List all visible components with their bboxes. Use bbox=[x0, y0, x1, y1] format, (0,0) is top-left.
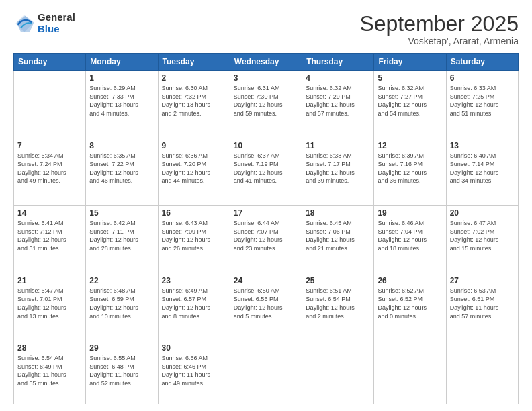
day-number: 10 bbox=[234, 141, 298, 150]
day-number: 27 bbox=[450, 276, 515, 285]
calendar-cell: 1Sunrise: 6:29 AM Sunset: 7:33 PM Daylig… bbox=[86, 71, 158, 138]
day-info: Sunrise: 6:39 AM Sunset: 7:16 PM Dayligh… bbox=[378, 152, 442, 185]
calendar-cell: 16Sunrise: 6:43 AM Sunset: 7:09 PM Dayli… bbox=[158, 205, 230, 273]
day-number: 8 bbox=[89, 141, 154, 150]
calendar-week-row: 14Sunrise: 6:41 AM Sunset: 7:12 PM Dayli… bbox=[14, 205, 519, 273]
day-number: 21 bbox=[17, 276, 82, 285]
page: General Blue September 2025 Vosketap', A… bbox=[0, 0, 532, 411]
day-info: Sunrise: 6:29 AM Sunset: 7:33 PM Dayligh… bbox=[89, 84, 154, 118]
calendar-cell: 2Sunrise: 6:30 AM Sunset: 7:32 PM Daylig… bbox=[158, 71, 230, 138]
header: General Blue September 2025 Vosketap', A… bbox=[13, 12, 519, 46]
logo-general: General bbox=[38, 12, 75, 24]
day-info: Sunrise: 6:40 AM Sunset: 7:14 PM Dayligh… bbox=[450, 152, 515, 185]
logo-icon bbox=[13, 13, 35, 34]
calendar-cell: 21Sunrise: 6:47 AM Sunset: 7:01 PM Dayli… bbox=[14, 273, 86, 340]
day-number: 22 bbox=[89, 276, 154, 285]
day-info: Sunrise: 6:49 AM Sunset: 6:57 PM Dayligh… bbox=[162, 287, 226, 320]
day-info: Sunrise: 6:42 AM Sunset: 7:11 PM Dayligh… bbox=[89, 219, 154, 253]
day-number: 25 bbox=[306, 276, 370, 285]
day-number: 24 bbox=[234, 276, 298, 285]
weekday-header: Thursday bbox=[302, 54, 374, 71]
day-info: Sunrise: 6:50 AM Sunset: 6:56 PM Dayligh… bbox=[234, 287, 298, 320]
day-info: Sunrise: 6:37 AM Sunset: 7:19 PM Dayligh… bbox=[234, 152, 298, 185]
calendar-cell: 9Sunrise: 6:36 AM Sunset: 7:20 PM Daylig… bbox=[158, 138, 230, 205]
day-number: 1 bbox=[89, 73, 154, 83]
calendar-cell: 19Sunrise: 6:46 AM Sunset: 7:04 PM Dayli… bbox=[374, 205, 446, 273]
weekday-header: Friday bbox=[374, 54, 446, 71]
calendar-cell: 15Sunrise: 6:42 AM Sunset: 7:11 PM Dayli… bbox=[86, 205, 158, 273]
day-info: Sunrise: 6:36 AM Sunset: 7:20 PM Dayligh… bbox=[162, 152, 226, 185]
day-number: 18 bbox=[306, 208, 370, 218]
logo: General Blue bbox=[13, 12, 75, 34]
calendar-header-row: SundayMondayTuesdayWednesdayThursdayFrid… bbox=[14, 54, 519, 71]
day-info: Sunrise: 6:35 AM Sunset: 7:22 PM Dayligh… bbox=[89, 152, 154, 185]
day-info: Sunrise: 6:31 AM Sunset: 7:30 PM Dayligh… bbox=[234, 84, 298, 118]
day-number: 5 bbox=[378, 73, 442, 83]
weekday-header: Tuesday bbox=[158, 54, 230, 71]
calendar-cell: 14Sunrise: 6:41 AM Sunset: 7:12 PM Dayli… bbox=[14, 205, 86, 273]
day-info: Sunrise: 6:32 AM Sunset: 7:29 PM Dayligh… bbox=[306, 84, 370, 118]
calendar-week-row: 28Sunrise: 6:54 AM Sunset: 6:49 PM Dayli… bbox=[14, 340, 519, 404]
day-number: 13 bbox=[450, 141, 515, 150]
calendar-cell: 28Sunrise: 6:54 AM Sunset: 6:49 PM Dayli… bbox=[14, 340, 86, 404]
calendar-week-row: 1Sunrise: 6:29 AM Sunset: 7:33 PM Daylig… bbox=[14, 71, 519, 138]
day-info: Sunrise: 6:52 AM Sunset: 6:52 PM Dayligh… bbox=[378, 287, 442, 320]
day-number: 28 bbox=[17, 343, 82, 353]
calendar-cell bbox=[14, 71, 86, 138]
calendar-cell bbox=[446, 340, 518, 404]
day-number: 16 bbox=[162, 208, 226, 218]
day-info: Sunrise: 6:38 AM Sunset: 7:17 PM Dayligh… bbox=[306, 152, 370, 185]
day-info: Sunrise: 6:43 AM Sunset: 7:09 PM Dayligh… bbox=[162, 219, 226, 253]
calendar-cell bbox=[230, 340, 302, 404]
day-info: Sunrise: 6:48 AM Sunset: 6:59 PM Dayligh… bbox=[89, 287, 154, 320]
calendar-week-row: 21Sunrise: 6:47 AM Sunset: 7:01 PM Dayli… bbox=[14, 273, 519, 340]
day-info: Sunrise: 6:53 AM Sunset: 6:51 PM Dayligh… bbox=[450, 287, 515, 320]
day-number: 19 bbox=[378, 208, 442, 218]
day-info: Sunrise: 6:55 AM Sunset: 6:48 PM Dayligh… bbox=[89, 354, 154, 387]
day-info: Sunrise: 6:56 AM Sunset: 6:46 PM Dayligh… bbox=[162, 354, 226, 387]
calendar-cell: 29Sunrise: 6:55 AM Sunset: 6:48 PM Dayli… bbox=[86, 340, 158, 404]
calendar-cell: 11Sunrise: 6:38 AM Sunset: 7:17 PM Dayli… bbox=[302, 138, 374, 205]
calendar-cell: 6Sunrise: 6:33 AM Sunset: 7:25 PM Daylig… bbox=[446, 71, 518, 138]
day-info: Sunrise: 6:54 AM Sunset: 6:49 PM Dayligh… bbox=[17, 354, 82, 387]
calendar-cell: 13Sunrise: 6:40 AM Sunset: 7:14 PM Dayli… bbox=[446, 138, 518, 205]
calendar-week-row: 7Sunrise: 6:34 AM Sunset: 7:24 PM Daylig… bbox=[14, 138, 519, 205]
logo-text: General Blue bbox=[38, 12, 75, 34]
day-number: 14 bbox=[17, 208, 82, 218]
calendar-table: SundayMondayTuesdayWednesdayThursdayFrid… bbox=[13, 53, 519, 404]
calendar-cell: 17Sunrise: 6:44 AM Sunset: 7:07 PM Dayli… bbox=[230, 205, 302, 273]
calendar-cell: 18Sunrise: 6:45 AM Sunset: 7:06 PM Dayli… bbox=[302, 205, 374, 273]
calendar-cell: 10Sunrise: 6:37 AM Sunset: 7:19 PM Dayli… bbox=[230, 138, 302, 205]
day-info: Sunrise: 6:47 AM Sunset: 7:02 PM Dayligh… bbox=[450, 219, 515, 253]
day-info: Sunrise: 6:51 AM Sunset: 6:54 PM Dayligh… bbox=[306, 287, 370, 320]
day-number: 26 bbox=[378, 276, 442, 285]
weekday-header: Wednesday bbox=[230, 54, 302, 71]
calendar-cell: 20Sunrise: 6:47 AM Sunset: 7:02 PM Dayli… bbox=[446, 205, 518, 273]
calendar-cell: 5Sunrise: 6:32 AM Sunset: 7:27 PM Daylig… bbox=[374, 71, 446, 138]
day-number: 9 bbox=[162, 141, 226, 150]
day-number: 29 bbox=[89, 343, 154, 353]
day-number: 20 bbox=[450, 208, 515, 218]
location-subtitle: Vosketap', Ararat, Armenia bbox=[359, 36, 519, 46]
weekday-header: Monday bbox=[86, 54, 158, 71]
month-title: September 2025 bbox=[359, 12, 519, 36]
weekday-header: Saturday bbox=[446, 54, 518, 71]
day-number: 17 bbox=[234, 208, 298, 218]
calendar-body: 1Sunrise: 6:29 AM Sunset: 7:33 PM Daylig… bbox=[14, 71, 519, 404]
day-info: Sunrise: 6:46 AM Sunset: 7:04 PM Dayligh… bbox=[378, 219, 442, 253]
day-number: 15 bbox=[89, 208, 154, 218]
calendar-cell: 24Sunrise: 6:50 AM Sunset: 6:56 PM Dayli… bbox=[230, 273, 302, 340]
day-number: 7 bbox=[17, 141, 82, 150]
day-number: 11 bbox=[306, 141, 370, 150]
calendar-cell: 30Sunrise: 6:56 AM Sunset: 6:46 PM Dayli… bbox=[158, 340, 230, 404]
calendar-cell: 23Sunrise: 6:49 AM Sunset: 6:57 PM Dayli… bbox=[158, 273, 230, 340]
day-info: Sunrise: 6:30 AM Sunset: 7:32 PM Dayligh… bbox=[162, 84, 226, 118]
calendar-cell: 3Sunrise: 6:31 AM Sunset: 7:30 PM Daylig… bbox=[230, 71, 302, 138]
day-number: 23 bbox=[162, 276, 226, 285]
calendar-cell: 7Sunrise: 6:34 AM Sunset: 7:24 PM Daylig… bbox=[14, 138, 86, 205]
day-info: Sunrise: 6:44 AM Sunset: 7:07 PM Dayligh… bbox=[234, 219, 298, 253]
calendar-cell: 25Sunrise: 6:51 AM Sunset: 6:54 PM Dayli… bbox=[302, 273, 374, 340]
calendar-cell: 8Sunrise: 6:35 AM Sunset: 7:22 PM Daylig… bbox=[86, 138, 158, 205]
day-number: 6 bbox=[450, 73, 515, 83]
day-number: 3 bbox=[234, 73, 298, 83]
